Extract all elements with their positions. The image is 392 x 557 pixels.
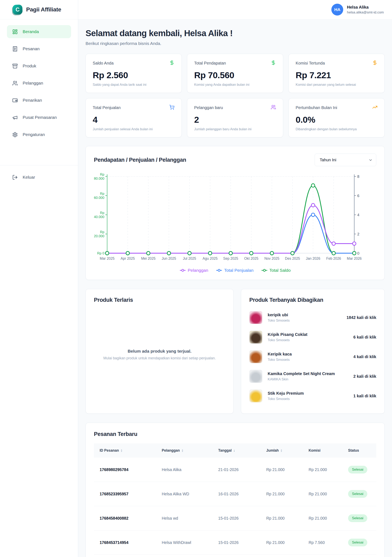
legend-marker-icon <box>216 269 222 272</box>
period-select[interactable]: Tahun Ini <box>315 154 376 166</box>
most-shared-title: Produk Terbanyak Dibagikan <box>249 297 376 303</box>
svg-text:Rp: Rp <box>100 172 104 176</box>
svg-text:Feb 2026: Feb 2026 <box>326 256 341 261</box>
orders-column-id-pesanan[interactable]: ID Pesanan▲▼ <box>94 443 156 458</box>
sidebar-item-penarikan[interactable]: Penarikan <box>7 94 71 107</box>
svg-text:Mar 2025: Mar 2025 <box>100 256 114 261</box>
stat-card-4: Pelanggan baru2Jumlah pelanggan baru And… <box>187 98 283 137</box>
sidebar-item-pelanggan[interactable]: Pelanggan <box>7 77 71 90</box>
user-menu[interactable]: HA Helsa Alika helsa.alika@smt-id.com <box>331 4 384 16</box>
orders-title: Pesanan Terbaru <box>94 431 376 437</box>
sidebar-item-produk[interactable]: Produk <box>7 59 71 73</box>
shared-product-row: Kripik Pisang CoklatToko Smooets6 kali d… <box>249 327 376 347</box>
product-thumbnail <box>249 350 262 363</box>
stat-label: Saldo Anda <box>93 61 114 66</box>
svg-text:Rp: Rp <box>100 230 104 234</box>
stat-label: Pertumbuhan Bulan Ini <box>296 105 337 110</box>
orders-column-pelanggan[interactable]: Pelanggan▲▼ <box>156 443 212 458</box>
status-badge: Selesai <box>348 466 367 474</box>
chart-title: Pendapatan / Penjualan / Pelanggan <box>94 157 186 163</box>
orders-column-tanggal[interactable]: Tanggal↓ <box>212 443 261 458</box>
order-commission: Rp 21.000 <box>303 506 342 531</box>
topbar: HA Helsa Alika helsa.alika@smt-id.com <box>78 0 392 19</box>
top-products-empty-state: Belum ada produk yang terjual. Mulai bag… <box>94 303 225 406</box>
svg-text:6: 6 <box>357 194 359 198</box>
products-row: Produk Terlaris Belum ada produk yang te… <box>86 289 385 414</box>
order-customer: Helsa wd <box>156 506 212 531</box>
sidebar-item-pengaturan[interactable]: Pengaturan <box>7 128 71 141</box>
order-commission: Rp 7.560 <box>303 531 342 555</box>
legend-item-total-penjualan[interactable]: Total Penjualan <box>216 268 253 273</box>
sidebar-item-pusat-pemasaran[interactable]: Pusat Pemasaran <box>7 111 71 124</box>
order-date: 15-01-2026 <box>212 506 261 531</box>
product-clicks: 1 kali di klik <box>353 394 376 398</box>
svg-text:Agu 2025: Agu 2025 <box>203 256 217 261</box>
sidebar-item-logout[interactable]: Keluar <box>7 171 71 184</box>
order-id: 1768523395957 <box>94 482 156 506</box>
product-name: Kamika Complete Set Night Cream <box>268 371 348 376</box>
user-name: Helsa Alika <box>347 5 384 10</box>
orders-table-header: ID Pesanan▲▼Pelanggan▲▼Tanggal↓Jumlah▲▼K… <box>94 443 376 458</box>
svg-text:Jan 2026: Jan 2026 <box>306 256 320 261</box>
shared-product-row: Keripik kacaToko Smooets4 kali di klik <box>249 347 376 367</box>
svg-text:Mei 2025: Mei 2025 <box>141 256 155 261</box>
sidebar-item-label: Pusat Pemasaran <box>23 115 57 120</box>
brand-name: Pagii Affiliate <box>26 6 61 13</box>
sidebar-item-label: Produk <box>23 64 36 68</box>
status-badge: Selesai <box>348 490 367 498</box>
svg-text:20.000: 20.000 <box>94 234 104 238</box>
stat-description: Jumlah pelanggan baru Anda bulan ini <box>194 127 276 131</box>
svg-text:2: 2 <box>357 232 359 236</box>
order-amount: Rp 21.000 <box>261 482 303 506</box>
period-select-wrap: Tahun Ini <box>315 154 376 166</box>
stat-description: Komisi yang Anda dapatkan bulan ini <box>194 83 276 87</box>
order-id: 1768458400882 <box>94 506 156 531</box>
dollar-icon <box>169 60 175 65</box>
stat-value: Rp 7.221 <box>296 70 377 80</box>
orders-footer: Lihat pesanan lainnya → <box>94 555 376 557</box>
svg-text:Rp: Rp <box>100 211 104 215</box>
product-name: Kripik Pisang Coklat <box>268 332 348 337</box>
sidebar-nav: BerandaPesananProdukPelangganPenarikanPu… <box>0 19 78 141</box>
product-thumbnail <box>249 389 262 402</box>
sidebar-item-label: Beranda <box>23 29 39 34</box>
order-row: 1768453714954Helsa WithDrawl15-01-2026Rp… <box>94 531 376 555</box>
sidebar-item-label: Penarikan <box>23 98 42 103</box>
sidebar-item-pesanan[interactable]: Pesanan <box>7 42 71 55</box>
order-customer: Helsa Alika <box>156 458 212 482</box>
page-subtitle: Berikut ringkasan performa bisnis Anda. <box>86 41 385 46</box>
order-date: 16-01-2026 <box>212 482 261 506</box>
order-row: 1768523395957Helsa Alika WD16-01-2026Rp … <box>94 482 376 506</box>
order-amount: Rp 21.000 <box>261 531 303 555</box>
stat-label: Total Penjualan <box>93 105 121 110</box>
sort-icon: ▲▼ <box>280 449 282 452</box>
recent-orders-card: Pesanan Terbaru ID Pesanan▲▼Pelanggan▲▼T… <box>86 423 385 557</box>
svg-text:Rp 0: Rp 0 <box>97 251 104 255</box>
revenue-chart: Rp80.000Rp60.000Rp40.000Rp20.000Rp 08642… <box>94 172 376 268</box>
sidebar: C Pagii Affiliate BerandaPesananProdukPe… <box>0 0 78 557</box>
sidebar-item-beranda[interactable]: Beranda <box>7 25 71 38</box>
stat-card-5: Pertumbuhan Bulan Ini0.0%Dibandingkan de… <box>288 98 385 137</box>
svg-text:Mar 2026: Mar 2026 <box>347 256 362 261</box>
svg-text:Jun 2025: Jun 2025 <box>162 256 176 261</box>
svg-text:80.000: 80.000 <box>94 177 104 180</box>
product-thumbnail <box>249 311 262 324</box>
product-store: Toko Smooets <box>268 338 348 342</box>
stat-value: 2 <box>194 115 276 125</box>
avatar[interactable]: HA <box>331 4 343 16</box>
most-shared-list: keripik ubiToko Smooets1842 kali di klik… <box>249 308 376 406</box>
user-email: helsa.alika@smt-id.com <box>347 10 384 15</box>
main-content: Selamat datang kembali, Helsa Alika ! Be… <box>78 19 392 557</box>
users-icon <box>12 81 18 86</box>
status-badge: Selesai <box>348 514 367 522</box>
legend-label: Total Penjualan <box>224 268 253 273</box>
sort-icon: ▲▼ <box>181 449 184 452</box>
orders-column-jumlah[interactable]: Jumlah▲▼ <box>261 443 303 458</box>
product-store: Toko Smooets <box>268 358 348 362</box>
legend-item-total-saldo[interactable]: Total Saldo <box>261 268 291 273</box>
product-name: Stik Keju Premium <box>268 391 348 396</box>
sort-icon: ▲▼ <box>121 449 122 452</box>
stat-card-1: Total PendapatanRp 70.560Komisi yang And… <box>187 54 283 93</box>
stat-description: Saldo yang dapat Anda tarik saat ini <box>93 83 175 87</box>
legend-item-pelanggan[interactable]: Pelanggan <box>180 268 208 273</box>
